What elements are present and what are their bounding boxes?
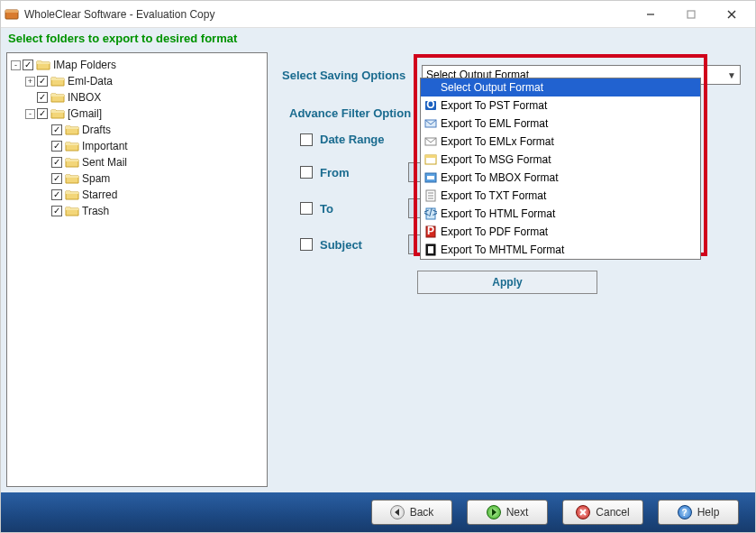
svg-rect-23 — [428, 246, 433, 253]
svg-text:P: P — [427, 225, 434, 237]
svg-rect-1 — [5, 10, 18, 13]
tree-label: Eml-Data — [68, 75, 113, 87]
tree-checkbox[interactable]: ✓ — [51, 206, 62, 216]
tree-item[interactable]: ✓INBOX — [9, 89, 265, 106]
folder-icon — [65, 124, 79, 136]
apply-button[interactable]: Apply — [417, 271, 597, 294]
tree-item[interactable]: ✓Spam — [9, 170, 265, 187]
folder-icon — [50, 75, 65, 87]
none-icon — [424, 81, 437, 94]
folder-icon — [50, 91, 65, 104]
tree-label: [Gmail] — [68, 107, 102, 120]
tree-item[interactable]: -✓IMap Folders — [9, 57, 265, 73]
dropdown-option[interactable]: Export To EML Format — [421, 115, 700, 133]
app-icon — [5, 7, 19, 22]
date-range-label: Date Range — [320, 133, 401, 146]
dropdown-option-label: Export To PST Format — [441, 99, 547, 112]
eml-icon — [424, 117, 437, 130]
minimize-icon — [646, 10, 655, 19]
folder-icon — [50, 107, 65, 120]
msg-icon — [424, 153, 437, 166]
folder-icon — [65, 172, 79, 185]
back-button[interactable]: Back — [371, 500, 452, 525]
tree-checkbox[interactable]: ✓ — [51, 124, 62, 135]
tree-checkbox[interactable]: ✓ — [51, 157, 62, 168]
tree-item[interactable]: ✓Drafts — [9, 122, 265, 138]
tree-checkbox[interactable]: ✓ — [37, 108, 48, 119]
dropdown-option[interactable]: Export To MSG Format — [421, 151, 700, 169]
tree-spacer — [40, 207, 50, 216]
tree-item[interactable]: +✓Eml-Data — [9, 73, 265, 89]
tree-item[interactable]: ✓Trash — [9, 203, 265, 219]
dropdown-option[interactable]: PExport To PDF Format — [421, 223, 700, 241]
tree-spacer — [40, 125, 50, 135]
from-label: From — [320, 166, 401, 179]
folder-icon — [65, 156, 79, 169]
tree-label: INBOX — [68, 91, 101, 104]
cancel-button[interactable]: Cancel — [562, 500, 643, 525]
saving-options-label: Select Saving Options — [282, 69, 422, 82]
tree-checkbox[interactable]: ✓ — [23, 60, 33, 70]
dropdown-option[interactable]: Export To EMLx Format — [421, 133, 700, 151]
tree-checkbox[interactable]: ✓ — [51, 173, 62, 184]
mbox-icon — [424, 171, 437, 184]
tree-checkbox[interactable]: ✓ — [37, 92, 48, 103]
tree-item[interactable]: ✓Important — [9, 138, 265, 154]
output-format-dropdown[interactable]: Select Output FormatOExport To PST Forma… — [420, 78, 701, 260]
tree-spacer — [25, 93, 35, 103]
emlx-icon — [424, 135, 437, 148]
dropdown-option[interactable]: Export To TXT Format — [421, 187, 700, 205]
pst-icon: O — [424, 99, 437, 112]
bottombar: Back Next Cancel ? Help — [1, 492, 755, 532]
cancel-icon — [576, 505, 590, 519]
help-button[interactable]: ? Help — [658, 500, 739, 525]
maximize-button[interactable] — [670, 2, 711, 27]
back-icon — [390, 505, 405, 519]
tree-checkbox[interactable]: ✓ — [51, 141, 62, 152]
subject-checkbox[interactable] — [300, 238, 313, 251]
dropdown-option[interactable]: Export To MBOX Format — [421, 169, 700, 187]
to-checkbox[interactable] — [300, 202, 313, 215]
dropdown-option[interactable]: OExport To PST Format — [421, 96, 700, 115]
dropdown-option-label: Export To EML Format — [441, 117, 548, 130]
apply-label: Apply — [492, 276, 522, 289]
dropdown-option[interactable]: Select Output Format — [421, 78, 700, 96]
tree-item[interactable]: ✓Starred — [9, 187, 265, 203]
dropdown-option-label: Export To HTML Format — [441, 207, 555, 220]
collapse-icon[interactable]: - — [25, 109, 35, 119]
tree-checkbox[interactable]: ✓ — [51, 189, 62, 200]
minimize-button[interactable] — [630, 2, 670, 27]
tree-item[interactable]: ✓Sent Mail — [9, 154, 265, 170]
expand-icon[interactable]: + — [25, 77, 35, 87]
dropdown-option-label: Export To TXT Format — [441, 189, 546, 202]
dropdown-option-label: Export To MSG Format — [441, 153, 551, 166]
from-checkbox[interactable] — [300, 166, 313, 179]
tree-item[interactable]: -✓[Gmail] — [9, 106, 265, 122]
svg-rect-3 — [688, 11, 695, 18]
next-button[interactable]: Next — [467, 500, 548, 525]
folder-icon — [65, 188, 79, 201]
folder-icon — [36, 59, 50, 71]
tree-label: Starred — [82, 188, 117, 201]
tree-spacer — [40, 158, 50, 168]
tree-spacer — [40, 174, 50, 184]
window-title: WholeClear Software - Evaluation Copy — [24, 8, 630, 21]
subject-label: Subject — [320, 238, 401, 252]
tree-label: Sent Mail — [82, 156, 127, 169]
dropdown-option[interactable]: Export To MHTML Format — [421, 241, 700, 259]
close-button[interactable] — [711, 2, 751, 27]
options-panel: Select Saving Options Select Output Form… — [277, 52, 750, 487]
collapse-icon[interactable]: - — [11, 60, 21, 70]
to-label: To — [320, 202, 401, 216]
help-label: Help — [697, 506, 720, 519]
tree-label: Important — [82, 140, 128, 152]
cancel-label: Cancel — [596, 506, 629, 519]
subheader: Select folders to export to desired form… — [1, 28, 755, 49]
dropdown-option[interactable]: </>Export To HTML Format — [421, 205, 700, 223]
dropdown-option-label: Export To EMLx Format — [441, 135, 554, 148]
date-range-checkbox[interactable] — [300, 133, 313, 146]
folder-tree[interactable]: -✓IMap Folders+✓Eml-Data✓INBOX-✓[Gmail]✓… — [6, 52, 268, 487]
chevron-down-icon: ▼ — [727, 70, 736, 80]
next-label: Next — [506, 506, 529, 519]
tree-checkbox[interactable]: ✓ — [37, 76, 48, 87]
